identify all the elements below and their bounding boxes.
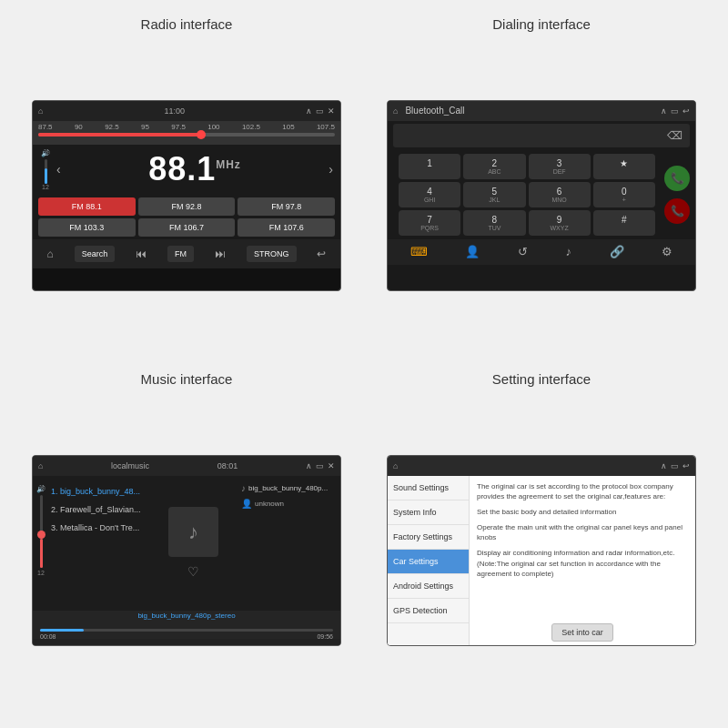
backspace-btn[interactable]: ⌫ bbox=[667, 129, 682, 142]
music-screen: ⌂ localmusic 08:01 ∧ ▭ ✕ 🔊 12 1. big_b bbox=[32, 455, 341, 646]
vol-side-track bbox=[40, 495, 43, 568]
dial-key-1[interactable]: 1 bbox=[399, 154, 460, 179]
dial-key-2[interactable]: 2ABC bbox=[463, 154, 525, 179]
dial-key-4[interactable]: 4GHI bbox=[399, 182, 460, 207]
dial-key-3[interactable]: 3DEF bbox=[529, 154, 591, 179]
progress-bar[interactable] bbox=[40, 629, 333, 632]
settings-section: ⌂ ∧ ▭ ↩ Sound SettingsSystem InfoFactory… bbox=[364, 455, 719, 720]
music-repeat-btn[interactable]: ↺ bbox=[106, 645, 116, 646]
dial-tab-keypad-icon[interactable]: ⌨ bbox=[410, 245, 428, 258]
freq-slider-fill bbox=[38, 133, 201, 136]
dial-answer-btn[interactable]: 📞 bbox=[664, 166, 690, 191]
radio-screen: ⌂ 11:00 ∧ ▭ ✕ 87.59092.59597.5100102.510… bbox=[32, 100, 341, 291]
music-artist-row: 👤 unknown bbox=[241, 499, 335, 509]
dial-tab-contacts-icon[interactable]: 👤 bbox=[465, 245, 480, 258]
radio-preset-0[interactable]: FM 88.1 bbox=[38, 197, 136, 216]
settings-up-icon[interactable]: ∧ bbox=[661, 461, 667, 470]
radio-next-btn[interactable]: ⏭ bbox=[215, 248, 226, 260]
settings-home-icon[interactable]: ⌂ bbox=[393, 461, 398, 470]
volume-slider[interactable]: 🔊 12 bbox=[40, 149, 51, 190]
time-elapsed: 00:08 bbox=[40, 633, 56, 640]
radio-home-btn[interactable]: ⌂ bbox=[46, 248, 53, 260]
radio-prev-btn[interactable]: ⏮ bbox=[136, 248, 147, 260]
radio-preset-1[interactable]: FM 92.8 bbox=[138, 197, 236, 216]
music-eq-btn[interactable]: 🎛 bbox=[306, 645, 318, 646]
music-artist-icon: 👤 bbox=[241, 499, 252, 509]
radio-min-icon[interactable]: ▭ bbox=[316, 106, 324, 116]
dial-min-icon[interactable]: ▭ bbox=[671, 106, 679, 116]
dial-tab-recents-icon[interactable]: ↺ bbox=[518, 245, 528, 258]
dial-title: Bluetooth_Call bbox=[405, 106, 464, 116]
settings-content: The original car is set according to the… bbox=[470, 476, 695, 646]
settings-menu-item-3[interactable]: Car Settings bbox=[388, 550, 469, 574]
music-close-icon[interactable]: ✕ bbox=[328, 461, 335, 470]
radio-search-btn[interactable]: Search bbox=[75, 246, 116, 262]
radio-preset-4[interactable]: FM 106.7 bbox=[138, 218, 236, 237]
radio-fm-btn[interactable]: FM bbox=[167, 246, 194, 262]
music-home-icon[interactable]: ⌂ bbox=[38, 461, 43, 470]
music-filename: big_buck_bunny_480p... bbox=[248, 484, 328, 492]
settings-menu-item-0[interactable]: Sound Settings bbox=[388, 476, 469, 500]
music-right: ♪ big_buck_bunny_480p... 👤 unknown bbox=[236, 476, 340, 611]
dial-key-★[interactable]: ★ bbox=[593, 154, 655, 179]
music-label: Music interface bbox=[9, 364, 364, 455]
radio-up-icon[interactable]: ∧ bbox=[306, 106, 312, 116]
settings-menu-item-5[interactable]: GPS Detection bbox=[388, 599, 469, 623]
radio-home-icon[interactable]: ⌂ bbox=[38, 106, 43, 116]
radio-section: ⌂ 11:00 ∧ ▭ ✕ 87.59092.59597.5100102.510… bbox=[9, 100, 364, 365]
radio-back-btn[interactable]: ↩ bbox=[317, 248, 326, 260]
freq-next-arrow[interactable]: › bbox=[329, 162, 333, 177]
dial-end-btn[interactable]: 📞 bbox=[664, 198, 690, 224]
freq-slider[interactable] bbox=[38, 133, 335, 136]
music-min-icon[interactable]: ▭ bbox=[316, 461, 324, 470]
music-next-btn[interactable]: ⏭ bbox=[255, 645, 267, 646]
track-item-0[interactable]: 1. big_buck_bunny_48... bbox=[51, 487, 151, 496]
settings-menu-item-4[interactable]: Android Settings bbox=[388, 574, 469, 599]
heart-icon[interactable]: ♡ bbox=[187, 564, 199, 579]
dial-back-icon[interactable]: ↩ bbox=[682, 106, 690, 116]
track-item-1[interactable]: 2. Farewell_of_Slavian... bbox=[51, 505, 151, 514]
dial-tab-music-icon[interactable]: ♪ bbox=[566, 245, 572, 258]
dial-up-icon[interactable]: ∧ bbox=[661, 106, 667, 116]
settings-menu-item-1[interactable]: System Info bbox=[388, 500, 469, 525]
vol-number: 12 bbox=[42, 184, 49, 190]
dial-tab-link-icon[interactable]: 🔗 bbox=[610, 245, 624, 258]
radio-close-icon[interactable]: ✕ bbox=[328, 106, 335, 116]
settings-menu-item-2[interactable]: Factory Settings bbox=[388, 525, 469, 550]
settings-menu: Sound SettingsSystem InfoFactory Setting… bbox=[388, 476, 470, 646]
dial-key-#[interactable]: # bbox=[593, 210, 655, 236]
settings-min-icon[interactable]: ▭ bbox=[671, 461, 679, 470]
dial-tab-settings-icon[interactable]: ⚙ bbox=[662, 245, 672, 258]
dialing-screen: ⌂ Bluetooth_Call ∧ ▭ ↩ ⌫ 12ABC3DEF★4GHI5… bbox=[387, 100, 696, 291]
radio-preset-3[interactable]: FM 103.3 bbox=[38, 218, 136, 237]
volume-icon: 🔊 bbox=[41, 149, 50, 157]
dial-key-0[interactable]: 0+ bbox=[593, 182, 655, 207]
radio-nav-icons: ∧ ▭ ✕ bbox=[306, 106, 335, 116]
dial-home-icon[interactable]: ⌂ bbox=[393, 106, 398, 116]
music-list-btn[interactable]: ☰ bbox=[56, 645, 66, 646]
track-item-2[interactable]: 3. Metallica - Don't Tre... bbox=[51, 523, 151, 532]
dial-key-6[interactable]: 6MNO bbox=[529, 182, 591, 207]
freq-scale: 87.59092.59597.5100102.5105107.5 bbox=[38, 123, 335, 131]
dial-key-8[interactable]: 8TUV bbox=[463, 210, 525, 236]
music-track-name-display: big_buck_bunny_480p_stereo bbox=[33, 611, 340, 621]
track-list: 1. big_buck_bunny_48...2. Farewell_of_Sl… bbox=[38, 487, 146, 532]
settings-body: Sound SettingsSystem InfoFactory Setting… bbox=[388, 476, 695, 646]
dial-key-9[interactable]: 9WXYZ bbox=[529, 210, 591, 236]
music-file-icon: ♪ bbox=[241, 483, 246, 493]
radio-strong-btn[interactable]: STRONG bbox=[247, 246, 297, 262]
radio-preset-5[interactable]: FM 107.6 bbox=[238, 218, 335, 237]
freq-display: 88.1MHz bbox=[61, 150, 329, 188]
music-volume-slider[interactable]: 🔊 12 bbox=[36, 485, 46, 576]
radio-preset-2[interactable]: FM 97.8 bbox=[238, 197, 335, 216]
music-up-icon[interactable]: ∧ bbox=[306, 461, 312, 470]
music-play-btn[interactable]: ⏸ bbox=[205, 645, 217, 646]
dial-key-5[interactable]: 5JKL bbox=[463, 182, 525, 207]
dial-main: 12ABC3DEF★4GHI5JKL6MNO0+7PQRS8TUV9WXYZ# … bbox=[388, 150, 695, 239]
dial-key-7[interactable]: 7PQRS bbox=[399, 210, 460, 236]
set-into-car-button[interactable]: Set into car bbox=[551, 623, 613, 642]
radio-time: 11:00 bbox=[164, 106, 185, 116]
settings-back-icon[interactable]: ↩ bbox=[682, 461, 690, 470]
progress-section: 00:08 09:56 bbox=[33, 621, 340, 639]
music-prev-btn[interactable]: ⏮ bbox=[154, 645, 166, 646]
